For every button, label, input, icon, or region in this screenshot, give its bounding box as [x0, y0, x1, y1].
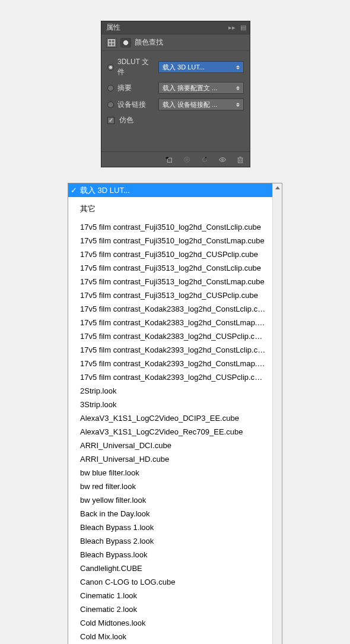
list-item[interactable]: bw red filter.look: [68, 480, 272, 493]
list-item[interactable]: Back in the Day.look: [68, 507, 272, 521]
list-item[interactable]: AlexaV3_K1S1_LogC2Video_DCIP3_EE.cube: [68, 411, 272, 425]
list-item[interactable]: ARRI_Universal_DCI.cube: [68, 439, 272, 452]
list-item[interactable]: 17v5 film contrast_Fuji3510_log2hd_Const…: [68, 220, 272, 234]
list-item[interactable]: ARRI_Universal_HD.cube: [68, 452, 272, 466]
trash-icon[interactable]: [236, 155, 245, 164]
dither-row: 仿色: [107, 115, 244, 125]
dropdown-3dlut-text: 载入 3D LUT...: [163, 63, 235, 72]
svg-point-4: [184, 157, 190, 162]
list-item[interactable]: 3Strip.look: [68, 398, 272, 411]
list-item[interactable]: 2Strip.look: [68, 384, 272, 398]
panel-titlebar-icons: ▸▸ ▤: [228, 24, 246, 31]
list-item[interactable]: Canon C-LOG to LOG.cube: [68, 575, 272, 589]
visibility-icon[interactable]: [218, 155, 227, 164]
lut-dropdown-popup: 载入 3D LUT... 其它 17v5 film contrast_Fuji3…: [68, 183, 282, 644]
lut-row-abstract: 摘要 载入 摘要配置文 ...: [107, 82, 244, 94]
lut-row-3dlut: 3DLUT 文件 载入 3D LUT...: [107, 57, 244, 77]
list-spacer: [68, 197, 272, 202]
list-spacer: [68, 215, 272, 220]
flyout-menu-icon[interactable]: ▤: [240, 24, 246, 31]
panel-titlebar: 属性 ▸▸ ▤: [101, 21, 250, 34]
list-item[interactable]: 17v5 film contrast_Kodak2383_log2hd_Cons…: [68, 316, 272, 329]
panel-body: 3DLUT 文件 载入 3D LUT... 摘要 载入 摘要配置文 ... 设备…: [101, 51, 250, 151]
properties-panel: 属性 ▸▸ ▤ 颜色查找 3DLUT 文件 载入 3D LUT...: [101, 21, 250, 167]
list-item[interactable]: Cinematic 2.look: [68, 602, 272, 616]
radio-devicelink[interactable]: [107, 101, 114, 108]
label-abstract: 摘要: [117, 83, 132, 93]
svg-point-5: [186, 158, 188, 160]
dropdown-devicelink[interactable]: 载入 设备链接配 ...: [158, 99, 244, 110]
svg-point-6: [222, 158, 224, 160]
list-item[interactable]: 17v5 film contrast_Kodak2383_log2hd_CUSP…: [68, 329, 272, 343]
list-item[interactable]: 17v5 film contrast_Fuji3510_log2hd_Const…: [68, 234, 272, 248]
collapse-icon[interactable]: ▸▸: [228, 24, 236, 31]
checkbox-dither[interactable]: [107, 117, 114, 124]
adjustment-name: 颜色查找: [135, 37, 163, 47]
list-item[interactable]: AlexaV3_K1S1_LogC2Video_Rec709_EE.cube: [68, 425, 272, 439]
clip-to-layer-icon[interactable]: [164, 155, 174, 164]
panel-subhead: 颜色查找: [101, 34, 250, 51]
list-item[interactable]: 17v5 film contrast_Fuji3513_log2hd_CUSPc…: [68, 288, 272, 302]
panel-footer: [101, 151, 250, 167]
scrollbar[interactable]: [272, 183, 282, 644]
label-3dlut: 3DLUT 文件: [117, 57, 154, 77]
list-item[interactable]: Bleach Bypass 2.look: [68, 534, 272, 548]
reset-icon[interactable]: [200, 155, 209, 164]
list-item[interactable]: 17v5 film contrast_Kodak2393_log2hd_Cons…: [68, 343, 272, 357]
chevron-updown-icon: [235, 103, 241, 107]
chevron-updown-icon: [235, 86, 241, 90]
panel-spacer: [107, 130, 244, 147]
list-item-other[interactable]: 其它: [68, 202, 272, 215]
list-item[interactable]: 17v5 film contrast_Kodak2393_log2hd_CUSP…: [68, 370, 272, 384]
list-item[interactable]: 17v5 film contrast_Fuji3513_log2hd_Const…: [68, 261, 272, 275]
dropdown-3dlut[interactable]: 载入 3D LUT...: [158, 61, 244, 73]
svg-rect-3: [167, 158, 171, 162]
view-previous-state-icon[interactable]: [182, 155, 192, 164]
lut-listbox[interactable]: 载入 3D LUT... 其它 17v5 film contrast_Fuji3…: [68, 183, 272, 644]
list-item[interactable]: Cold Midtones.look: [68, 616, 272, 630]
adjustment-layer-icon: [120, 38, 131, 47]
list-item[interactable]: Cinematic 1.look: [68, 589, 272, 602]
list-item[interactable]: 17v5 film contrast_Fuji3513_log2hd_Const…: [68, 275, 272, 288]
list-item[interactable]: bw yellow filter.look: [68, 493, 272, 507]
dropdown-abstract-text: 载入 摘要配置文 ...: [163, 84, 235, 93]
label-dither: 仿色: [119, 115, 133, 125]
list-item-load-3dlut[interactable]: 载入 3D LUT...: [68, 183, 272, 197]
svg-rect-7: [238, 158, 243, 163]
radio-3dlut[interactable]: [107, 64, 114, 71]
list-item[interactable]: Cold Mix.look: [68, 630, 272, 643]
radio-abstract[interactable]: [107, 85, 114, 91]
list-item[interactable]: Bleach Bypass 1.look: [68, 521, 272, 534]
list-item[interactable]: bw blue filter.look: [68, 466, 272, 480]
label-devicelink: 设备链接: [117, 100, 146, 110]
list-item[interactable]: 17v5 film contrast_Kodak2383_log2hd_Cons…: [68, 302, 272, 316]
chevron-updown-icon: [235, 65, 241, 69]
dropdown-devicelink-text: 载入 设备链接配 ...: [163, 100, 235, 109]
panel-title: 属性: [106, 23, 228, 33]
list-item[interactable]: Candlelight.CUBE: [68, 561, 272, 575]
grid-icon: [106, 38, 117, 47]
lut-row-devicelink: 设备链接 载入 设备链接配 ...: [107, 99, 244, 110]
scroll-up-icon[interactable]: [275, 186, 280, 189]
list-item[interactable]: Bleach Bypass.look: [68, 548, 272, 561]
dropdown-abstract[interactable]: 载入 摘要配置文 ...: [158, 82, 244, 94]
list-item[interactable]: 17v5 film contrast_Kodak2393_log2hd_Cons…: [68, 357, 272, 370]
list-item[interactable]: 17v5 film contrast_Fuji3510_log2hd_CUSPc…: [68, 248, 272, 261]
